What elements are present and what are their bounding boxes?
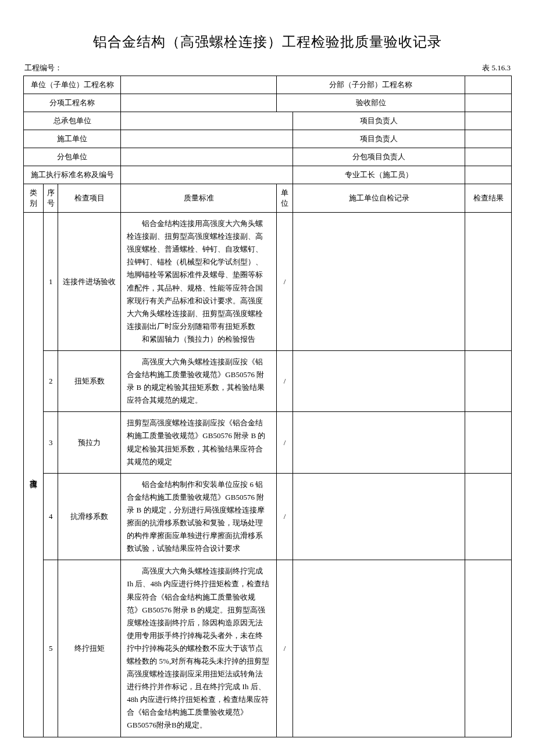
category-cell: 主控项目 bbox=[24, 213, 44, 737]
info-row: 施工执行标准名称及编号 专业工长（施工员） bbox=[24, 166, 512, 184]
pm2-label: 项目负责人 bbox=[293, 130, 465, 148]
unit-cell: / bbox=[276, 351, 293, 412]
construction-label: 施工单位 bbox=[24, 130, 121, 148]
project-no-label: 工程编号： bbox=[24, 63, 62, 73]
info-row: 施工单位 项目负责人 bbox=[24, 130, 512, 148]
accept-part-value[interactable] bbox=[465, 94, 512, 112]
seq-cell: 5 bbox=[44, 560, 58, 737]
info-row: 分包单位 分包项目负责人 bbox=[24, 148, 512, 166]
table-row: 主控项目 1 连接件进场验收 铝合金结构连接用高强度大六角头螺栓连接副、扭剪型高… bbox=[24, 213, 512, 351]
item-cell: 连接件进场验收 bbox=[58, 213, 121, 351]
construction-value[interactable] bbox=[121, 130, 293, 148]
unit-cell: / bbox=[276, 213, 293, 351]
main-table: 单位（子单位）工程名称 分部（子分部）工程名称 分项工程名称 验收部位 总承包单… bbox=[23, 76, 512, 737]
accept-part-label: 验收部位 bbox=[276, 94, 465, 112]
result-cell[interactable] bbox=[465, 213, 512, 351]
unit-cell: / bbox=[276, 560, 293, 737]
col-quality: 质量标准 bbox=[121, 184, 277, 213]
table-row: 5 终拧扭矩 高强度大六角头螺栓连接副终拧完成 Ih 后、48h 内应进行终拧扭… bbox=[24, 560, 512, 737]
col-result: 检查结果 bbox=[465, 184, 512, 213]
quality-cell: 铝合金结构连接用高强度大六角头螺栓连接副、扭剪型高强度螺栓连接副、高强度螺栓、普… bbox=[121, 213, 277, 351]
item-cell: 扭矩系数 bbox=[58, 351, 121, 412]
record-cell[interactable] bbox=[293, 560, 465, 737]
unit-project-label: 单位（子单位）工程名称 bbox=[24, 76, 121, 94]
col-unit: 单位 bbox=[276, 184, 293, 213]
result-cell[interactable] bbox=[465, 560, 512, 737]
seq-cell: 1 bbox=[44, 213, 58, 351]
col-seq: 序号 bbox=[44, 184, 58, 213]
table-no: 表 5.16.3 bbox=[482, 63, 511, 73]
pm-label: 项目负责人 bbox=[293, 112, 465, 130]
table-row: 3 预拉力 扭剪型高强度螺栓连接副应按《铝合金结构施工质量验收规范》GB5057… bbox=[24, 412, 512, 473]
unit-cell: / bbox=[276, 412, 293, 473]
record-cell[interactable] bbox=[293, 473, 465, 560]
foreman-label: 专业工长（施工员） bbox=[293, 166, 465, 184]
sub-item-value[interactable] bbox=[121, 94, 277, 112]
record-cell[interactable] bbox=[293, 351, 465, 412]
quality-cell: 扭剪型高强度螺栓连接副应按《铝合金结构施工质量验收规范》GB50576 附录 B… bbox=[121, 412, 277, 473]
standard-label: 施工执行标准名称及编号 bbox=[24, 166, 121, 184]
col-item: 检查项目 bbox=[58, 184, 121, 213]
sub-item-label: 分项工程名称 bbox=[24, 94, 121, 112]
seq-cell: 4 bbox=[44, 473, 58, 560]
sub-pm-label: 分包项目负责人 bbox=[293, 148, 465, 166]
unit-project-value[interactable] bbox=[121, 76, 277, 94]
contractor-value[interactable] bbox=[121, 112, 293, 130]
quality-cell: 高强度大六角头螺栓连接副应按《铝合金结构施工质量验收规范》GB50576 附录 … bbox=[121, 351, 277, 412]
table-row: 4 抗滑移系数 铝合金结构制作和安装单位应按 6 铝合金结构施工质量验收规范》G… bbox=[24, 473, 512, 560]
column-header-row: 类别 序号 检查项目 质量标准 单位 施工单位自检记录 检查结果 bbox=[24, 184, 512, 213]
page-title: 铝合金结构（高强螺栓连接）工程检验批质量验收记录 bbox=[23, 33, 512, 51]
item-cell: 预拉力 bbox=[58, 412, 121, 473]
unit-cell: / bbox=[276, 473, 293, 560]
record-cell[interactable] bbox=[293, 412, 465, 473]
col-category: 类别 bbox=[24, 184, 44, 213]
sub-project-label: 分部（子分部）工程名称 bbox=[276, 76, 465, 94]
table-row: 2 扭矩系数 高强度大六角头螺栓连接副应按《铝合金结构施工质量验收规范》GB50… bbox=[24, 351, 512, 412]
sub-project-value[interactable] bbox=[465, 76, 512, 94]
info-row: 总承包单位 项目负责人 bbox=[24, 112, 512, 130]
contractor-label: 总承包单位 bbox=[24, 112, 121, 130]
header-row: 工程编号： 表 5.16.3 bbox=[23, 63, 512, 73]
subcontractor-value[interactable] bbox=[121, 148, 293, 166]
sub-pm-value[interactable] bbox=[465, 148, 512, 166]
seq-cell: 2 bbox=[44, 351, 58, 412]
record-cell[interactable] bbox=[293, 213, 465, 351]
item-cell: 终拧扭矩 bbox=[58, 560, 121, 737]
result-cell[interactable] bbox=[465, 351, 512, 412]
info-row: 分项工程名称 验收部位 bbox=[24, 94, 512, 112]
pm2-value[interactable] bbox=[465, 130, 512, 148]
result-cell[interactable] bbox=[465, 473, 512, 560]
quality-cell: 铝合金结构制作和安装单位应按 6 铝合金结构施工质量验收规范》GB50576 附… bbox=[121, 473, 277, 560]
item-cell: 抗滑移系数 bbox=[58, 473, 121, 560]
col-record: 施工单位自检记录 bbox=[293, 184, 465, 213]
subcontractor-label: 分包单位 bbox=[24, 148, 121, 166]
standard-value[interactable] bbox=[121, 166, 293, 184]
seq-cell: 3 bbox=[44, 412, 58, 473]
result-cell[interactable] bbox=[465, 412, 512, 473]
foreman-value[interactable] bbox=[465, 166, 512, 184]
pm-value[interactable] bbox=[465, 112, 512, 130]
quality-cell: 高强度大六角头螺栓连接副终拧完成 Ih 后、48h 内应进行终拧扭矩检查，检查结… bbox=[121, 560, 277, 737]
info-row: 单位（子单位）工程名称 分部（子分部）工程名称 bbox=[24, 76, 512, 94]
